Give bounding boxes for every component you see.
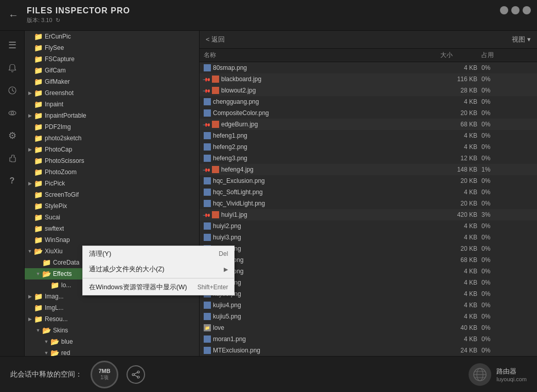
back-button[interactable]: ←: [8, 9, 19, 21]
tree-item[interactable]: 📁StylePix: [25, 200, 199, 212]
file-row[interactable]: kujiu4.png4 KB0%: [200, 300, 537, 311]
file-row[interactable]: huiyi3.png4 KB0%: [200, 232, 537, 243]
tree-item[interactable]: 📁swftext: [25, 223, 199, 234]
tree-expand-icon[interactable]: [27, 67, 33, 73]
file-row[interactable]: ku...23.png68 KB0%: [200, 254, 537, 266]
file-row[interactable]: chengguang.png4 KB0%: [200, 96, 537, 107]
history-icon[interactable]: [3, 81, 22, 100]
help-icon[interactable]: ?: [3, 172, 22, 190]
tree-expand-icon[interactable]: ▶: [27, 90, 33, 96]
tree-item[interactable]: 📁FSCapture: [25, 53, 199, 65]
file-row[interactable]: hqc_Exclusion.png20 KB0%: [200, 175, 537, 186]
tree-item[interactable]: 📁Inpaint: [25, 99, 199, 110]
tree-expand-icon[interactable]: [27, 79, 33, 85]
file-row[interactable]: 📌hefeng4.jpg148 KB1%: [200, 164, 537, 175]
tree-item[interactable]: ▼📂blue: [25, 336, 199, 347]
tree-item[interactable]: 📁PhotoZoom: [25, 166, 199, 178]
file-row[interactable]: 📁love40 KB0%: [200, 322, 537, 333]
tree-item[interactable]: 📁PhotoScissors: [25, 155, 199, 166]
file-row[interactable]: 📌huiyi1.jpg420 KB3%: [200, 209, 537, 220]
tree-expand-icon[interactable]: ▼: [35, 327, 41, 333]
thumbs-up-icon[interactable]: [3, 149, 22, 167]
tree-item[interactable]: ▼📂Skins: [25, 325, 199, 336]
tree-expand-icon[interactable]: ▼: [43, 350, 49, 356]
tree-expand-icon[interactable]: [27, 226, 33, 232]
tree-expand-icon[interactable]: ▼: [43, 339, 49, 345]
tree-expand-icon[interactable]: [27, 101, 33, 107]
tree-expand-icon[interactable]: [27, 135, 33, 141]
file-row[interactable]: hefeng3.png12 KB0%: [200, 153, 537, 164]
file-row[interactable]: CompositeColor.png20 KB0%: [200, 107, 537, 119]
tree-expand-icon[interactable]: ▼: [27, 248, 33, 254]
maximize-button[interactable]: [511, 6, 520, 14]
tree-expand-icon[interactable]: [27, 158, 33, 164]
tree-expand-icon[interactable]: ▶: [27, 293, 33, 300]
file-row[interactable]: 📌blowout2.jpg28 KB0%: [200, 85, 537, 96]
ctx-item-clear[interactable]: 清理(Y) Del: [83, 246, 234, 262]
eye-icon[interactable]: [3, 104, 22, 122]
ctx-item-reduce[interactable]: 通过减少文件夹的大小(Z) ▶: [83, 262, 234, 277]
tree-item[interactable]: ▶📁Resou...: [25, 313, 199, 325]
file-row[interactable]: hefeng2.png4 KB0%: [200, 141, 537, 153]
tree-item[interactable]: 📁GifMaker: [25, 76, 199, 87]
file-row[interactable]: moran1.png4 KB0%: [200, 333, 537, 345]
view-button[interactable]: 视图 ▾: [512, 35, 531, 44]
tree-item[interactable]: 📁ErCunPic: [25, 31, 199, 42]
tree-expand-icon[interactable]: ▶: [27, 180, 33, 186]
tree-expand-icon[interactable]: ▶: [27, 113, 33, 119]
tree-item[interactable]: 📁ScreenToGif: [25, 189, 199, 200]
tree-expand-icon[interactable]: ▼: [35, 271, 41, 277]
tree-item[interactable]: ▶📁Greenshot: [25, 87, 199, 99]
tree-item[interactable]: 📁FlySee: [25, 42, 199, 53]
minimize-button[interactable]: [500, 6, 508, 14]
tree-expand-icon[interactable]: [27, 124, 33, 130]
back-link[interactable]: < 返回: [206, 35, 225, 44]
tree-expand-icon[interactable]: [35, 259, 41, 266]
file-row[interactable]: 📌blackboard.jpg116 KB0%: [200, 73, 537, 85]
tree-item[interactable]: ▼📂red: [25, 347, 199, 356]
tree-item[interactable]: 📁PDF2Img: [25, 121, 199, 133]
file-size: 4 KB: [440, 302, 481, 309]
file-size: 4 KB: [440, 64, 481, 71]
file-row[interactable]: kujiu5.png4 KB0%: [200, 311, 537, 322]
bell-icon[interactable]: [3, 59, 22, 77]
file-row[interactable]: MTExclusion.png24 KB0%: [200, 345, 537, 356]
tree-item[interactable]: 📁ImgL...: [25, 302, 199, 313]
tree-item[interactable]: ▶📁PhotoCap: [25, 144, 199, 155]
tree-expand-icon[interactable]: [27, 305, 33, 311]
tree-expand-icon[interactable]: [27, 214, 33, 220]
menu-icon[interactable]: ☰: [3, 36, 22, 54]
file-row[interactable]: ku...u1.png4 KB0%: [200, 266, 537, 277]
file-row[interactable]: huiyi4.png20 KB0%: [200, 243, 537, 254]
file-row[interactable]: 📌edgeBurn.jpg68 KB0%: [200, 119, 537, 130]
tree-expand-icon[interactable]: [27, 56, 33, 62]
refresh-icon[interactable]: ↻: [56, 17, 60, 24]
tree-expand-icon[interactable]: [27, 33, 33, 40]
tree-item[interactable]: ▶📁PicPick: [25, 178, 199, 189]
file-row[interactable]: hqc_VividLight.png20 KB0%: [200, 198, 537, 209]
settings-icon[interactable]: ⚙: [3, 126, 22, 145]
tree-expand-icon[interactable]: [27, 192, 33, 198]
tree-item[interactable]: 📁Sucai: [25, 212, 199, 223]
tree-expand-icon[interactable]: [27, 203, 33, 209]
tree-expand-icon[interactable]: [43, 282, 49, 288]
tree-expand-icon[interactable]: [27, 237, 33, 243]
tree-item[interactable]: 📁WinSnap: [25, 234, 199, 246]
tree-expand-icon[interactable]: ▶: [27, 316, 33, 322]
file-row[interactable]: huiyi2.png4 KB0%: [200, 220, 537, 232]
file-row[interactable]: hqc_SoftLight.png4 KB0%: [200, 186, 537, 198]
tree-item[interactable]: ▶📁InpaintPortable: [25, 110, 199, 121]
share-button[interactable]: [127, 365, 145, 384]
tree-item[interactable]: 📁photo2sketch: [25, 133, 199, 144]
tree-item[interactable]: 📁GifCam: [25, 65, 199, 76]
tree-expand-icon[interactable]: [27, 45, 33, 51]
tree-expand-icon[interactable]: ▶: [27, 146, 33, 153]
file-row[interactable]: hefeng1.png4 KB0%: [200, 130, 537, 141]
file-row[interactable]: 80smap.png4 KB0%: [200, 62, 537, 73]
file-row[interactable]: kujiu3.png4 KB0%: [200, 288, 537, 300]
file-list-scroll[interactable]: 80smap.png4 KB0%📌blackboard.jpg116 KB0%📌…: [200, 62, 537, 356]
file-row[interactable]: kujiu2.png4 KB0%: [200, 277, 537, 288]
ctx-item-explorer[interactable]: 在Windows资源管理器中显示(W) Shift+Enter: [83, 279, 234, 295]
tree-expand-icon[interactable]: [27, 169, 33, 175]
close-button[interactable]: [523, 6, 531, 14]
